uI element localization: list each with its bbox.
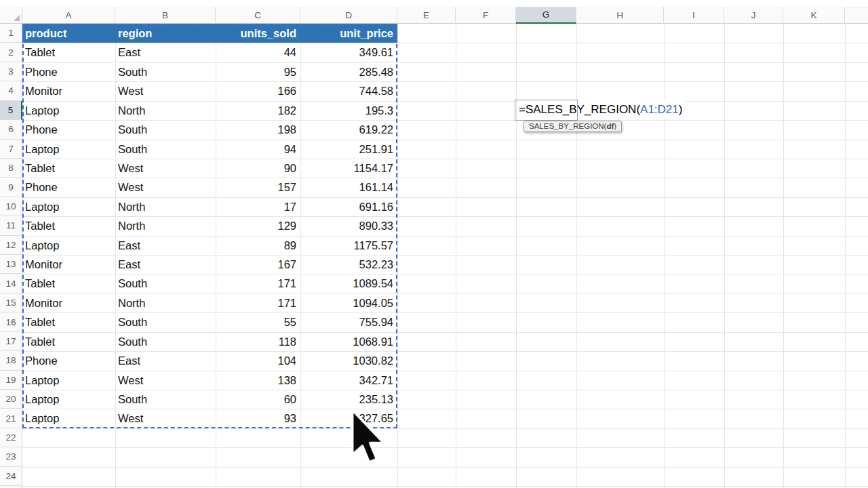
row-header-5[interactable]: 5 [0,101,22,120]
row-header-11[interactable]: 11 [0,216,22,235]
cell-B15[interactable]: North [115,293,216,312]
cell-A4[interactable]: Monitor [22,81,115,100]
column-header-B[interactable]: B [115,7,216,24]
cell-C5[interactable]: 182 [216,101,300,120]
cell-D6[interactable]: 619.22 [300,120,397,139]
cell-B8[interactable]: West [115,159,216,178]
row-header-8[interactable]: 8 [0,159,22,178]
cell-A14[interactable]: Tablet [22,274,115,293]
row-header-22[interactable]: 22 [0,428,22,447]
row-header-10[interactable]: 10 [0,197,22,216]
row-header-17[interactable]: 17 [0,332,22,351]
header-cell-units_sold[interactable]: units_sold [216,24,300,43]
cell-C18[interactable]: 104 [216,351,300,370]
cell-A12[interactable]: Laptop [22,236,115,255]
cell-D7[interactable]: 251.91 [300,140,397,159]
header-cell-region[interactable]: region [115,24,216,43]
cell-D9[interactable]: 161.14 [300,178,397,197]
cell-A2[interactable]: Tablet [22,43,115,62]
row-header-4[interactable]: 4 [0,81,22,100]
cell-B10[interactable]: North [115,197,216,216]
cell-A17[interactable]: Tablet [22,332,115,351]
cell-D13[interactable]: 532.23 [300,255,397,274]
cell-C7[interactable]: 94 [216,140,300,159]
row-header-21[interactable]: 21 [0,409,22,428]
cell-A11[interactable]: Tablet [22,216,115,235]
column-header-C[interactable]: C [216,7,300,24]
cell-D11[interactable]: 890.33 [300,216,397,235]
cell-D2[interactable]: 349.61 [300,43,397,62]
column-header-I[interactable]: I [664,7,724,24]
cell-B11[interactable]: North [115,216,216,235]
row-header-20[interactable]: 20 [0,390,22,409]
cell-B16[interactable]: South [115,312,216,331]
cell-C4[interactable]: 166 [216,81,300,100]
cell-A5[interactable]: Laptop [22,101,115,120]
cell-B2[interactable]: East [115,43,216,62]
cell-D3[interactable]: 285.48 [300,62,397,81]
cell-D12[interactable]: 1175.57 [300,236,397,255]
row-header-16[interactable]: 16 [0,312,22,331]
cell-C11[interactable]: 129 [216,216,300,235]
row-header-24[interactable]: 24 [0,467,22,486]
select-all-corner[interactable] [0,7,22,24]
cell-D5[interactable]: 195.3 [300,101,397,120]
cell-C3[interactable]: 95 [216,62,300,81]
cell-B12[interactable]: East [115,236,216,255]
row-header-3[interactable]: 3 [0,62,22,81]
cell-C15[interactable]: 171 [216,293,300,312]
row-header-9[interactable]: 9 [0,178,22,197]
cell-A15[interactable]: Monitor [22,293,115,312]
cell-C20[interactable]: 60 [216,390,300,409]
cell-B17[interactable]: South [115,332,216,351]
cell-A10[interactable]: Laptop [22,197,115,216]
cell-A20[interactable]: Laptop [22,390,115,409]
row-header-1[interactable]: 1 [0,24,22,43]
cell-A9[interactable]: Phone [22,178,115,197]
cell-A19[interactable]: Laptop [22,371,115,390]
column-header-A[interactable]: A [22,7,115,24]
cell-D8[interactable]: 1154.17 [300,159,397,178]
cell-D14[interactable]: 1089.54 [300,274,397,293]
cell-C12[interactable]: 89 [216,236,300,255]
column-header-K[interactable]: K [783,7,845,24]
cell-A18[interactable]: Phone [22,351,115,370]
column-header-D[interactable]: D [300,7,397,24]
row-header-19[interactable]: 19 [0,371,22,390]
cell-B13[interactable]: East [115,255,216,274]
formula-edit-text[interactable]: =SALES_BY_REGION(A1:D21) [517,101,685,119]
cell-D21[interactable]: 327.65 [300,409,397,428]
cell-C19[interactable]: 138 [216,371,300,390]
row-header-2[interactable]: 2 [0,43,22,62]
cell-C21[interactable]: 93 [216,409,300,428]
cell-D17[interactable]: 1068.91 [300,332,397,351]
cell-A13[interactable]: Monitor [22,255,115,274]
cell-D20[interactable]: 235.13 [300,390,397,409]
row-header-23[interactable]: 23 [0,447,22,466]
cell-B21[interactable]: West [115,409,216,428]
row-header-15[interactable]: 15 [0,293,22,312]
row-header-12[interactable]: 12 [0,236,22,255]
cell-D4[interactable]: 744.58 [300,81,397,100]
column-header-H[interactable]: H [576,7,664,24]
cell-D15[interactable]: 1094.05 [300,293,397,312]
cell-B18[interactable]: East [115,351,216,370]
row-header-14[interactable]: 14 [0,274,22,293]
cell-D10[interactable]: 691.16 [300,197,397,216]
header-cell-product[interactable]: product [22,24,115,43]
cell-D16[interactable]: 755.94 [300,312,397,331]
cell-B4[interactable]: West [115,81,216,100]
cell-C8[interactable]: 90 [216,159,300,178]
column-header-E[interactable]: E [397,7,456,24]
row-header-13[interactable]: 13 [0,255,22,274]
row-header-18[interactable]: 18 [0,351,22,370]
cell-C10[interactable]: 17 [216,197,300,216]
cell-C6[interactable]: 198 [216,120,300,139]
cell-B3[interactable]: South [115,62,216,81]
column-header-J[interactable]: J [724,7,783,24]
row-header-7[interactable]: 7 [0,140,22,159]
header-cell-unit_price[interactable]: unit_price [300,24,397,43]
row-header-6[interactable]: 6 [0,120,22,139]
cell-C13[interactable]: 167 [216,255,300,274]
cell-D18[interactable]: 1030.82 [300,351,397,370]
